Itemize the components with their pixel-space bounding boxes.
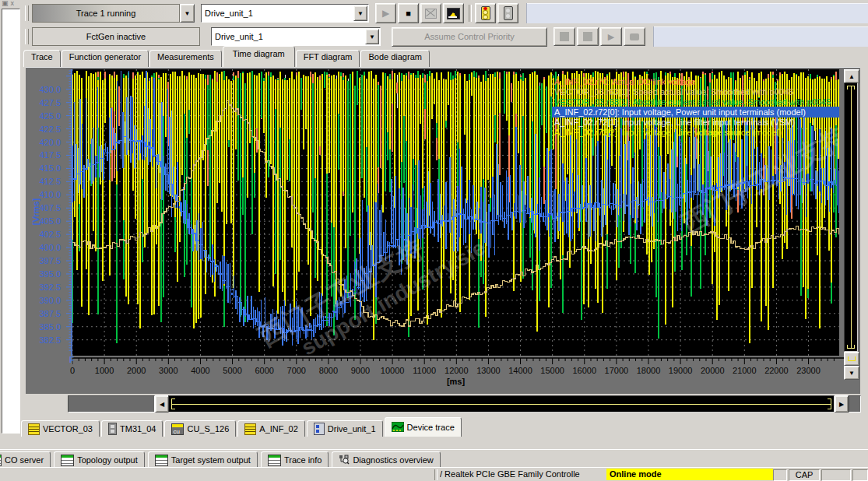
time-diagram-panel: [Vrms] 430.0427.5425.0422.5420.0417.5415… <box>26 67 860 394</box>
legend-item[interactable]: A_INF_02.r72[2]: Input voltage, Line vol… <box>554 128 782 137</box>
output-tab-topology-output[interactable]: Topology output <box>54 451 145 468</box>
panel-window-icon[interactable]: ▣ <box>2 0 9 7</box>
device-tab-drive-unit-1[interactable]: Drive_unit_1 <box>307 420 383 437</box>
scroll-left-button[interactable]: ◀ <box>155 395 169 413</box>
trace-status-dropdown-button[interactable]: ▼ <box>180 4 195 23</box>
traffic-light-inactive-button[interactable] <box>497 3 518 23</box>
trace-status-text: Trace 1 running <box>76 9 136 18</box>
device-icon <box>630 33 639 40</box>
tab-trace[interactable]: Trace <box>23 50 61 67</box>
vertical-range-track[interactable] <box>844 83 858 352</box>
y-axis-tick-label: 385.0 <box>39 322 61 332</box>
zoom-extent-button[interactable] <box>844 352 859 366</box>
x-axis-tick-label: 23000 <box>787 366 831 375</box>
fctgen-device-combo[interactable]: Drive_unit_1 ▼ <box>211 27 381 46</box>
horizontal-range-track[interactable] <box>168 395 835 413</box>
y-axis-tick-label: 397.5 <box>39 256 61 265</box>
start-trace-button[interactable]: ▶ <box>375 3 396 23</box>
fctgen-device-value: Drive_unit_1 <box>215 32 263 41</box>
parameter-list-icon <box>244 423 256 435</box>
traffic-light-active-button[interactable] <box>475 3 496 23</box>
y-axis-tick-label: 412.5 <box>39 177 61 186</box>
legend-item[interactable]: A_INF_02.r72[1]: Input voltage, Line fil… <box>554 118 795 127</box>
legend-item[interactable]: A_INF_02.r70: Actual DC link voltage <box>554 77 696 86</box>
device-tab-cu-s-126[interactable]: cuCU_S_126 <box>164 420 236 437</box>
fctgen-start-button[interactable]: ▶ <box>600 27 622 46</box>
legend-item[interactable]: A_INF_02.r72[0]: Input voltage, Power un… <box>554 107 806 117</box>
output-tab-label: Target system output <box>171 455 251 465</box>
output-table-icon <box>155 455 168 466</box>
caps-lock-indicator: CAP <box>789 469 820 481</box>
assume-control-priority-button[interactable]: Assume Control Priority <box>392 27 547 47</box>
y-axis-tick-label: 407.5 <box>39 203 61 212</box>
y-axis-tick-label: 400.0 <box>39 243 61 252</box>
tab-time-diagram[interactable]: Time diagram <box>223 46 295 67</box>
tab-measurements[interactable]: Measurements <box>149 50 222 67</box>
tab-fft-diagram[interactable]: FFT diagram <box>296 50 360 67</box>
output-tab-label: CO server <box>5 455 44 465</box>
fctgen-square-button-2[interactable] <box>577 27 599 46</box>
x-axis-tick-labels: 0100020003000400050006000700080009000100… <box>72 366 847 376</box>
y-axis-tick-label: 390.0 <box>39 296 61 305</box>
device-tab-device-trace[interactable]: Device trace <box>385 417 462 437</box>
tab-bode-diagram[interactable]: Bode diagram <box>360 50 430 67</box>
scroll-down-button[interactable]: ▼ <box>844 366 859 380</box>
trace-plot-area[interactable]: 西门子工业支持support.industry.sie 西门子工业支持 A_IN… <box>72 69 839 356</box>
online-mode-badge: Online mode <box>606 469 773 480</box>
output-tab-trace-info[interactable]: Trace info <box>261 451 329 468</box>
device-tab-a-inf-02[interactable]: A_INF_02 <box>237 420 305 437</box>
device-tab-label: Drive_unit_1 <box>328 424 376 434</box>
terminal-module-icon <box>108 423 117 435</box>
panel-close-icon[interactable]: x <box>11 0 15 7</box>
chevron-down-icon[interactable]: ▼ <box>353 5 367 21</box>
tab-function-generator[interactable]: Function generator <box>61 50 149 67</box>
y-axis-ruler <box>63 69 72 356</box>
device-selector-combo[interactable]: Drive_unit_1 ▼ <box>201 4 369 23</box>
status-bar: / Realtek PCIe GBE Family Controlle Onli… <box>0 467 868 481</box>
output-tab-target-system-output[interactable]: Target system output <box>148 451 258 468</box>
y-axis-tick-label: 382.5 <box>39 335 61 345</box>
horizontal-zoom-scrollbar[interactable]: ◀ ▶ <box>26 395 860 413</box>
output-tab-co-server[interactable]: CO server <box>0 451 51 468</box>
load-trace-button[interactable] <box>443 3 464 23</box>
device-tab-label: VECTOR_03 <box>43 424 93 434</box>
legend-item[interactable]: VECTOR_03.r68[1]: Absolute current actua… <box>554 97 831 107</box>
device-tab-vector-03[interactable]: VECTOR_03 <box>21 420 100 437</box>
toolbar-grip[interactable] <box>25 29 29 44</box>
device-selector-value: Drive_unit_1 <box>205 9 253 18</box>
clear-diagram-button[interactable] <box>420 3 441 23</box>
output-tab-label: Diagnostics overview <box>353 455 433 465</box>
trace-view-tabs: TraceFunction generatorMeasurementsTime … <box>23 48 430 67</box>
connection-interface-text: / Realtek PCIe GBE Family Controlle <box>440 469 605 479</box>
scroll-up-button[interactable]: ▲ <box>844 69 859 83</box>
device-tab-label: Device trace <box>407 423 455 432</box>
device-trace-icon <box>392 422 404 434</box>
device-tab-label: TM31_04 <box>120 424 156 434</box>
statusbar-cell <box>821 469 851 481</box>
diagnostics-icon <box>339 455 350 466</box>
legend-item[interactable]: VECTOR_03.r63[1]: Speed actual value, Sm… <box>554 87 793 97</box>
fctgen-status-field: FctGen inactive <box>32 27 200 46</box>
output-tab-diagnostics-overview[interactable]: Diagnostics overview <box>332 451 440 468</box>
y-axis-tick-label: 402.5 <box>39 230 61 239</box>
fctgen-square-button-1[interactable] <box>553 27 575 46</box>
fctgen-record-button[interactable] <box>624 27 645 46</box>
vertical-zoom-scrollbar[interactable]: ▲ ▼ <box>844 69 858 378</box>
y-axis-tick-label: 427.5 <box>39 98 61 107</box>
play-icon: ▶ <box>382 8 389 19</box>
y-axis-tick-label: 395.0 <box>39 269 61 279</box>
scroll-right-button[interactable]: ▶ <box>835 395 849 413</box>
trace-toolbar: Trace 1 running ▼ Drive_unit_1 ▼ ▶ ■ <box>22 2 868 25</box>
chevron-down-icon[interactable]: ▼ <box>365 29 379 44</box>
device-tab-label: CU_S_126 <box>187 424 229 434</box>
y-axis-tick-label: 422.5 <box>39 125 61 134</box>
toolbar-grip[interactable] <box>25 5 29 21</box>
y-axis-tick-label: 410.0 <box>39 190 61 199</box>
output-tab-label: Trace info <box>284 455 322 465</box>
function-generator-toolbar: FctGen inactive Drive_unit_1 ▼ Assume Co… <box>22 25 868 48</box>
stop-trace-button[interactable]: ■ <box>398 3 419 23</box>
y-axis-tick-label: 415.0 <box>39 163 61 173</box>
device-tabs: VECTOR_03TM31_04cuCU_S_126A_INF_02Drive_… <box>21 417 463 437</box>
device-tab-tm31-04[interactable]: TM31_04 <box>101 420 163 437</box>
fctgen-status-text: FctGen inactive <box>86 32 146 41</box>
